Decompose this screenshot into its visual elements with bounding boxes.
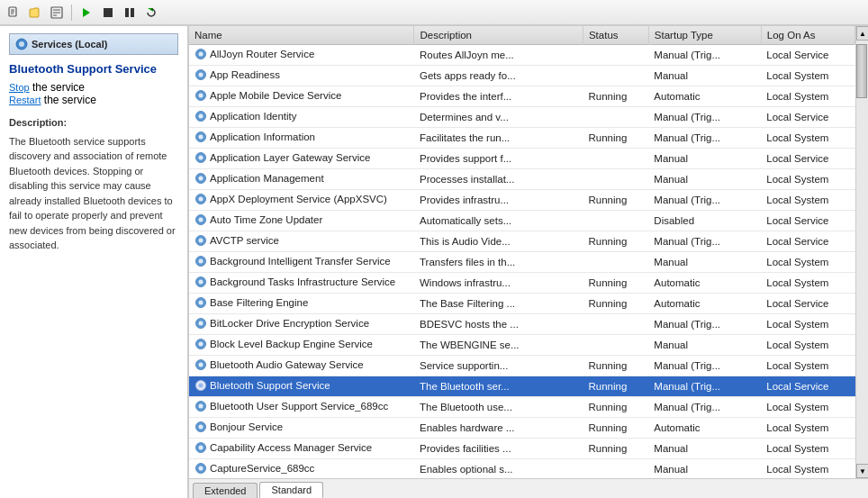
- standard-tab[interactable]: Standard: [259, 482, 323, 498]
- folder-button[interactable]: [25, 3, 45, 23]
- table-row[interactable]: Bluetooth Support ServiceThe Bluetooth s…: [189, 376, 855, 397]
- table-header: Name Description Status Startup Type Log…: [189, 26, 855, 45]
- vertical-scrollbar[interactable]: ▲ ▼: [855, 26, 868, 478]
- scroll-up-arrow[interactable]: ▲: [856, 26, 868, 41]
- svg-point-24: [199, 135, 203, 140]
- table-row[interactable]: Capability Access Manager ServiceProvide…: [189, 439, 855, 459]
- table-row[interactable]: Background Tasks Infrastructure ServiceW…: [189, 273, 855, 294]
- service-startup-cell: Disabled: [648, 211, 761, 231]
- svg-rect-9: [104, 8, 113, 17]
- service-status-cell: [583, 66, 648, 86]
- table-row[interactable]: Bluetooth Audio Gateway ServiceService s…: [189, 356, 855, 376]
- service-name-cell: Bluetooth User Support Service_689cc: [189, 397, 414, 418]
- service-desc-cell: Transfers files in th...: [414, 252, 583, 273]
- service-status-cell: [583, 459, 648, 479]
- svg-point-22: [199, 114, 203, 119]
- service-desc-cell: Provides the interf...: [414, 86, 583, 107]
- service-desc-cell: Service supportin...: [414, 356, 583, 376]
- table-row[interactable]: BitLocker Drive Encryption ServiceBDESVC…: [189, 314, 855, 335]
- play-button[interactable]: [77, 3, 96, 23]
- service-desc-cell: Routes AllJoyn me...: [414, 45, 583, 66]
- service-logon-cell: Local System: [761, 190, 854, 211]
- service-desc-cell: The Bluetooth ser...: [414, 376, 583, 397]
- right-panel-inner: Name Description Status Startup Type Log…: [189, 26, 868, 478]
- restart-link[interactable]: Restart: [9, 95, 41, 105]
- service-logon-cell: Local System: [761, 459, 854, 479]
- service-name-cell: Block Level Backup Engine Service: [189, 335, 414, 356]
- extended-tab[interactable]: Extended: [193, 483, 258, 498]
- table-row[interactable]: Apple Mobile Device ServiceProvides the …: [189, 86, 855, 107]
- table-row[interactable]: Bonjour ServiceEnables hardware ...Runni…: [189, 418, 855, 439]
- action-links: Stop the service Restart the service: [9, 81, 178, 106]
- pause-button[interactable]: [120, 3, 140, 23]
- table-row[interactable]: Application Layer Gateway ServiceProvide…: [189, 149, 855, 169]
- svg-point-16: [199, 52, 203, 57]
- file-button[interactable]: [4, 3, 23, 23]
- svg-point-38: [199, 280, 203, 285]
- table-row[interactable]: Bluetooth User Support Service_689ccThe …: [189, 397, 855, 418]
- service-startup-cell: Manual: [648, 149, 761, 169]
- description-col-header[interactable]: Description: [414, 26, 583, 45]
- stop-link[interactable]: Stop: [9, 82, 30, 93]
- table-row[interactable]: Application ManagementProcesses installa…: [189, 169, 855, 190]
- main-area: Services (Local) Bluetooth Support Servi…: [0, 25, 868, 498]
- service-logon-cell: Local System: [761, 169, 854, 190]
- table-row[interactable]: Application IdentityDetermines and v...M…: [189, 107, 855, 128]
- service-name-cell: Bluetooth Support Service: [189, 376, 414, 397]
- stop-suffix: the service: [32, 81, 85, 94]
- service-startup-cell: Manual (Trig...: [648, 107, 761, 128]
- table-body: AllJoyn Router ServiceRoutes AllJoyn me.…: [189, 45, 855, 479]
- table-row[interactable]: CaptureService_689ccEnables optional s..…: [189, 459, 855, 479]
- table-row[interactable]: Background Intelligent Transfer ServiceT…: [189, 252, 855, 273]
- service-logon-cell: Local System: [761, 335, 854, 356]
- service-startup-cell: Manual (Trig...: [648, 190, 761, 211]
- description-label: Description:: [9, 115, 178, 131]
- table-wrapper[interactable]: Name Description Status Startup Type Log…: [189, 26, 855, 478]
- table-row[interactable]: Base Filtering EngineThe Base Filtering …: [189, 294, 855, 314]
- service-status-cell: [583, 314, 648, 335]
- service-startup-cell: Manual: [648, 459, 761, 479]
- table-row[interactable]: App ReadinessGets apps ready fo...Manual…: [189, 66, 855, 86]
- service-desc-cell: This is Audio Vide...: [414, 231, 583, 252]
- service-startup-cell: Manual: [648, 335, 761, 356]
- svg-point-46: [199, 363, 203, 367]
- service-logon-cell: Local Service: [761, 149, 854, 169]
- service-name-cell: CaptureService_689cc: [189, 459, 414, 479]
- table-row[interactable]: Block Level Backup Engine ServiceThe WBE…: [189, 335, 855, 356]
- scroll-down-arrow[interactable]: ▼: [856, 464, 868, 478]
- service-startup-cell: Manual (Trig...: [648, 376, 761, 397]
- restart-button[interactable]: [141, 3, 161, 23]
- table-row[interactable]: AVCTP serviceThis is Audio Vide...Runnin…: [189, 231, 855, 252]
- logon-col-header[interactable]: Log On As: [761, 26, 854, 45]
- service-startup-cell: Automatic: [648, 294, 761, 314]
- service-name-cell: Bluetooth Audio Gateway Service: [189, 356, 414, 376]
- table-row[interactable]: AppX Deployment Service (AppXSVC)Provide…: [189, 190, 855, 211]
- scroll-thumb[interactable]: [856, 44, 867, 98]
- service-name-cell: Bonjour Service: [189, 418, 414, 439]
- service-status-cell: Running: [583, 376, 648, 397]
- separator-1: [71, 5, 72, 21]
- status-col-header[interactable]: Status: [583, 26, 648, 45]
- properties-button[interactable]: [47, 3, 67, 23]
- service-logon-cell: Local System: [761, 66, 854, 86]
- service-startup-cell: Manual (Trig...: [648, 45, 761, 66]
- service-startup-cell: Automatic: [648, 418, 761, 439]
- services-icon: [15, 38, 28, 50]
- table-row[interactable]: AllJoyn Router ServiceRoutes AllJoyn me.…: [189, 45, 855, 66]
- service-desc-cell: Processes installat...: [414, 169, 583, 190]
- name-col-header[interactable]: Name: [189, 26, 414, 45]
- service-desc-cell: The Bluetooth use...: [414, 397, 583, 418]
- service-status-cell: Running: [583, 397, 648, 418]
- service-desc-cell: Enables optional s...: [414, 459, 583, 479]
- startup-col-header[interactable]: Startup Type: [648, 26, 761, 45]
- stop-button[interactable]: [98, 3, 118, 23]
- service-logon-cell: Local System: [761, 314, 854, 335]
- table-row[interactable]: Auto Time Zone UpdaterAutomatically sets…: [189, 211, 855, 231]
- service-startup-cell: Manual: [648, 169, 761, 190]
- svg-point-30: [199, 197, 203, 202]
- table-row[interactable]: Application InformationFacilitates the r…: [189, 128, 855, 149]
- tree-header: Services (Local): [9, 33, 178, 55]
- service-name-cell: AllJoyn Router Service: [189, 45, 414, 66]
- svg-rect-10: [125, 8, 129, 17]
- service-status-cell: Running: [583, 439, 648, 459]
